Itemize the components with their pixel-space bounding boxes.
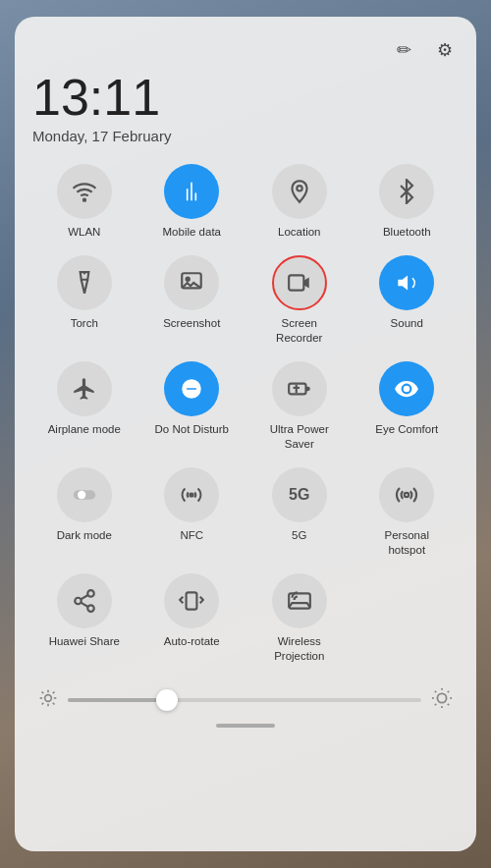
tile-wireless-projection[interactable]: WirelessProjection — [247, 568, 352, 670]
svg-line-17 — [81, 595, 87, 599]
control-panel: ✏ ⚙ 13:11 Monday, 17 February WLAN — [15, 17, 476, 851]
tile-sound[interactable]: Sound — [355, 249, 460, 352]
tile-location[interactable]: Location — [247, 158, 352, 245]
svg-line-23 — [42, 691, 44, 693]
clock: 13:11 — [32, 70, 459, 126]
brightness-low-icon — [38, 688, 58, 713]
ultra-power-saver-icon-circle — [272, 361, 327, 416]
wlan-icon-circle — [57, 164, 112, 219]
svg-line-28 — [53, 691, 55, 693]
eye-comfort-label: Eye Comfort — [375, 422, 438, 437]
screenshot-label: Screenshot — [163, 316, 220, 331]
torch-icon-circle — [57, 255, 112, 310]
svg-point-12 — [405, 493, 409, 497]
tile-auto-rotate[interactable]: Auto-rotate — [140, 568, 245, 670]
svg-point-13 — [87, 590, 94, 597]
tile-5g[interactable]: 5G 5G — [247, 461, 352, 564]
svg-line-36 — [435, 703, 436, 704]
location-icon-circle — [272, 164, 327, 219]
tile-huawei-share[interactable]: Huawei Share — [32, 568, 136, 670]
tile-bluetooth[interactable]: Bluetooth — [355, 158, 460, 245]
do-not-disturb-icon-circle — [164, 361, 219, 416]
tile-airplane-mode[interactable]: Airplane mode — [32, 355, 136, 458]
5g-label: 5G — [292, 528, 306, 543]
brightness-slider-fill — [68, 698, 167, 702]
tile-do-not-disturb[interactable]: Do Not Disturb — [140, 355, 245, 458]
date-display: Monday, 17 February — [32, 128, 459, 144]
home-indicator — [32, 718, 459, 730]
tile-eye-comfort[interactable]: Eye Comfort — [355, 355, 460, 458]
svg-line-24 — [53, 702, 55, 704]
grid-row-3: Airplane mode Do Not Disturb Ultra Power… — [32, 355, 459, 458]
tile-screen-recorder[interactable]: ScreenRecorder — [247, 249, 352, 352]
airplane-icon-circle — [57, 361, 112, 416]
grid-row-2: Torch Screenshot ScreenRecorder — [32, 249, 459, 352]
sound-icon-circle — [379, 255, 434, 310]
screen-recorder-icon-circle — [272, 255, 327, 310]
5g-icon-circle: 5G — [272, 467, 327, 522]
auto-rotate-label: Auto-rotate — [164, 634, 220, 649]
grid-row-4: Dark mode NFC 5G 5G — [32, 461, 459, 564]
svg-point-11 — [191, 493, 193, 496]
personal-hotspot-icon-circle — [379, 467, 434, 522]
auto-rotate-icon-circle — [164, 573, 219, 628]
tile-wlan[interactable]: WLAN — [32, 158, 136, 245]
empty-cell — [355, 568, 460, 670]
grid-row-1: WLAN Mobile data Location — [32, 158, 459, 245]
tile-personal-hotspot[interactable]: Personalhotspot — [355, 461, 460, 564]
brightness-slider-thumb[interactable] — [156, 689, 178, 711]
tile-mobile-data[interactable]: Mobile data — [140, 158, 245, 245]
tile-torch[interactable]: Torch — [32, 249, 136, 352]
brightness-high-icon — [431, 687, 453, 714]
svg-point-15 — [87, 605, 94, 612]
edit-icon[interactable]: ✏ — [390, 36, 417, 64]
bluetooth-icon-circle — [379, 164, 434, 219]
wlan-label: WLAN — [68, 225, 100, 240]
svg-point-29 — [437, 693, 446, 702]
svg-point-14 — [75, 598, 82, 605]
wireless-projection-label: WirelessProjection — [274, 634, 324, 664]
svg-point-10 — [78, 491, 85, 499]
screenshot-icon-circle — [164, 255, 219, 310]
location-label: Location — [278, 225, 320, 240]
top-bar: ✏ ⚙ — [32, 36, 459, 64]
time-section: 13:11 Monday, 17 February — [32, 70, 459, 144]
dark-mode-label: Dark mode — [57, 528, 112, 543]
grid-row-5: Huawei Share Auto-rotate — [32, 568, 459, 670]
nfc-icon-circle — [164, 467, 219, 522]
tile-dark-mode[interactable]: Dark mode — [32, 461, 136, 564]
dark-mode-icon-circle — [57, 467, 112, 522]
huawei-share-icon-circle — [57, 573, 112, 628]
svg-point-0 — [83, 199, 85, 201]
svg-point-1 — [297, 186, 301, 190]
home-bar — [216, 724, 275, 728]
eye-comfort-icon-circle — [379, 361, 434, 416]
svg-line-27 — [42, 702, 44, 704]
svg-rect-18 — [187, 592, 197, 609]
screen-recorder-label: ScreenRecorder — [276, 316, 322, 346]
huawei-share-label: Huawei Share — [49, 634, 120, 649]
svg-point-20 — [45, 694, 52, 701]
bluetooth-label: Bluetooth — [383, 225, 431, 240]
mobile-data-icon-circle — [164, 164, 219, 219]
tile-screenshot[interactable]: Screenshot — [140, 249, 245, 352]
settings-icon[interactable]: ⚙ — [431, 36, 459, 64]
personal-hotspot-label: Personalhotspot — [385, 528, 429, 558]
ultra-power-saver-label: Ultra PowerSaver — [270, 422, 329, 452]
brightness-slider-track[interactable] — [68, 698, 421, 702]
tile-ultra-power-saver[interactable]: Ultra PowerSaver — [247, 355, 352, 458]
svg-line-33 — [448, 703, 449, 704]
svg-rect-5 — [289, 276, 303, 291]
mobile-data-label: Mobile data — [163, 225, 221, 240]
nfc-label: NFC — [180, 528, 203, 543]
svg-line-32 — [435, 690, 436, 691]
svg-line-37 — [448, 690, 449, 691]
tile-nfc[interactable]: NFC — [140, 461, 245, 564]
torch-label: Torch — [71, 316, 98, 331]
svg-line-16 — [81, 602, 87, 606]
brightness-row — [32, 678, 459, 718]
sound-label: Sound — [391, 316, 423, 331]
airplane-mode-label: Airplane mode — [48, 422, 121, 437]
svg-point-4 — [187, 278, 190, 281]
wireless-projection-icon-circle — [272, 573, 327, 628]
